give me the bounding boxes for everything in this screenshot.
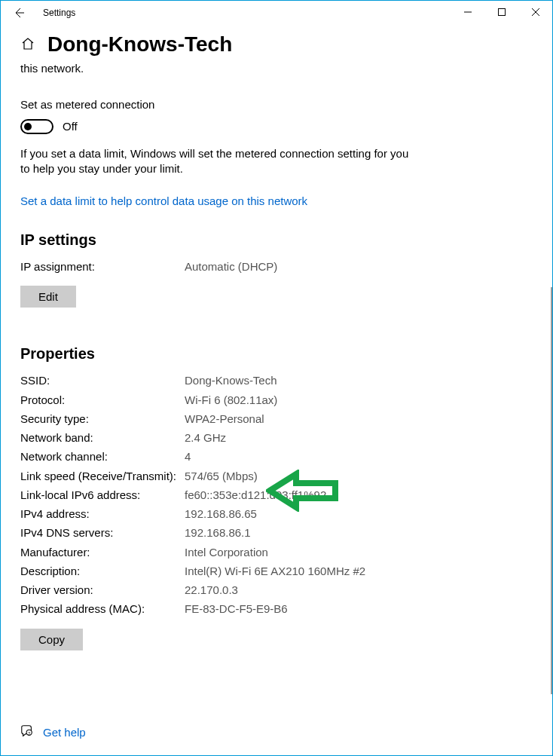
ssid-label: SSID:	[20, 373, 185, 388]
protocol-value: Wi-Fi 6 (802.11ax)	[185, 393, 533, 408]
window-title: Settings	[43, 8, 75, 18]
security-value: WPA2-Personal	[185, 412, 533, 427]
home-icon[interactable]	[20, 36, 37, 53]
metered-toggle[interactable]	[20, 119, 53, 134]
manufacturer-value: Intel Corporation	[185, 545, 533, 560]
speed-label: Link speed (Receive/Transmit):	[20, 469, 185, 484]
speed-value: 574/65 (Mbps)	[185, 469, 533, 484]
ipv6-value: fe60::353e:d121:d03:ff1%92	[185, 488, 533, 503]
close-button[interactable]	[518, 1, 552, 23]
scrollbar[interactable]	[551, 287, 552, 694]
metered-state: Off	[63, 120, 78, 133]
band-value: 2.4 GHz	[185, 430, 533, 445]
ssid-value: Dong-Knows-Tech	[185, 373, 533, 388]
copy-button[interactable]: Copy	[20, 629, 83, 650]
description-label: Description:	[20, 564, 185, 579]
mac-value: FE-83-DC-F5-E9-B6	[185, 601, 533, 617]
channel-label: Network channel:	[20, 449, 185, 464]
ip-assignment-value: Automatic (DHCP)	[185, 259, 533, 274]
get-help-link[interactable]: Get help	[43, 726, 86, 739]
protocol-label: Protocol:	[20, 393, 185, 408]
metered-label: Set as metered connection	[20, 97, 533, 112]
channel-value: 4	[185, 449, 533, 464]
driver-value: 22.170.0.3	[185, 583, 533, 598]
mac-label: Physical address (MAC):	[20, 601, 185, 617]
maximize-button[interactable]	[484, 1, 518, 23]
band-label: Network band:	[20, 430, 185, 445]
svg-text:?: ?	[28, 731, 30, 736]
ip-assignment-label: IP assignment:	[20, 259, 185, 274]
help-icon[interactable]: ?	[20, 724, 34, 740]
manufacturer-label: Manufacturer:	[20, 545, 185, 560]
ipv6-label: Link-local IPv6 address:	[20, 488, 185, 503]
ipv4-value: 192.168.86.65	[185, 507, 533, 522]
data-limit-link[interactable]: Set a data limit to help control data us…	[20, 194, 307, 207]
driver-label: Driver version:	[20, 583, 185, 598]
minimize-button[interactable]	[451, 1, 484, 23]
security-label: Security type:	[20, 412, 185, 427]
svg-rect-1	[498, 9, 505, 16]
metered-desc: If you set a data limit, Windows will se…	[20, 146, 412, 177]
edit-ip-button[interactable]: Edit	[20, 286, 76, 308]
dns-value: 192.168.86.1	[185, 525, 533, 540]
description-value: Intel(R) Wi-Fi 6E AX210 160MHz #2	[185, 564, 396, 579]
back-button[interactable]	[7, 1, 31, 25]
properties-heading: Properties	[20, 345, 533, 363]
page-title: Dong-Knows-Tech	[47, 32, 232, 57]
page-subtext: this network.	[20, 61, 533, 76]
ipv4-label: IPv4 address:	[20, 507, 185, 522]
dns-label: IPv4 DNS servers:	[20, 525, 185, 540]
ip-settings-heading: IP settings	[20, 231, 533, 249]
